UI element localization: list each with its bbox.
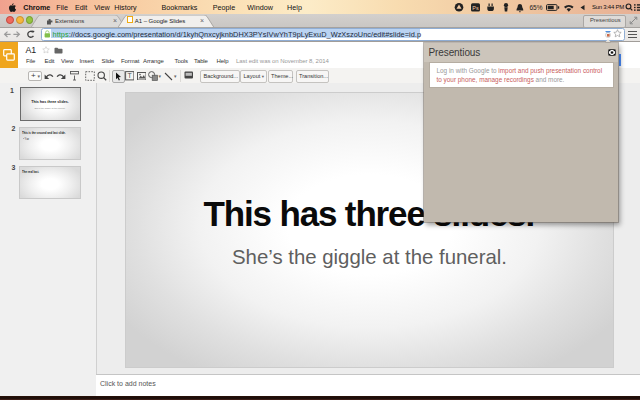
svg-text:Ps: Ps (472, 5, 479, 11)
svg-text:65%: 65% (530, 3, 543, 10)
svg-text:T: T (127, 72, 132, 79)
svg-text:Sun 3:44 PM: Sun 3:44 PM (592, 4, 624, 10)
